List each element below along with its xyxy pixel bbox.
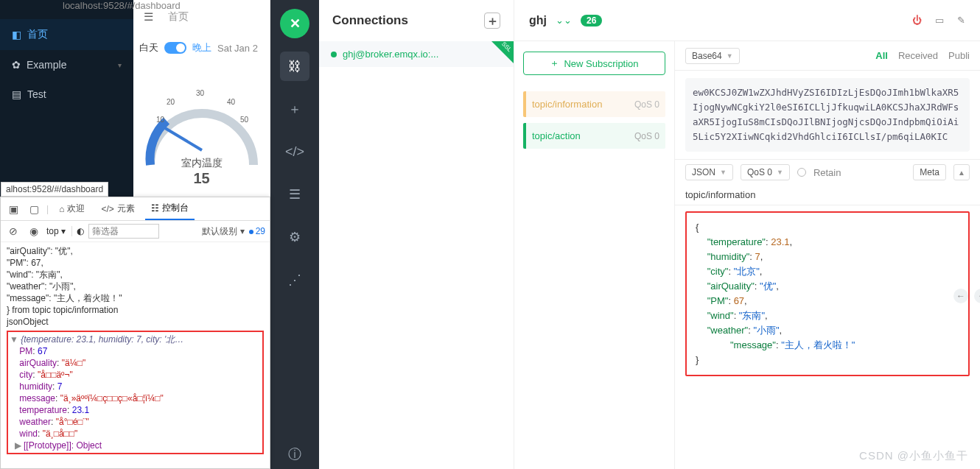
mqttx-logo[interactable]: ✕ xyxy=(280,9,309,38)
address-fragment: localhost:9528/#/dashboard xyxy=(63,0,181,11)
day-night-toggle[interactable] xyxy=(164,42,186,54)
undo-icon[interactable]: ← xyxy=(953,289,968,303)
tick-20: 20 xyxy=(167,98,175,106)
filter-all[interactable]: All xyxy=(875,50,888,61)
connections-title: Connections xyxy=(332,13,408,28)
retain-radio[interactable] xyxy=(797,168,806,177)
tick-50: 50 xyxy=(240,116,249,124)
mqttx-sidebar: ✕ ⛓ ＋ </> ☰ ⚙ ⋰ ⓘ xyxy=(270,0,319,469)
edit-icon[interactable]: ✎ xyxy=(957,15,965,26)
status-dot-online xyxy=(331,52,337,57)
payload-format-select[interactable]: JSON▼ xyxy=(685,164,733,180)
client-main: ghj ⌄⌄ 26 ⏻ ▭ ✎ ＋New Subscription topic/… xyxy=(514,0,980,469)
eye-icon[interactable]: ◉ xyxy=(26,223,42,239)
tick-10: 10 xyxy=(156,116,165,124)
filter-published[interactable]: Publi xyxy=(948,50,970,61)
tab-console[interactable]: ☷控制台 xyxy=(145,197,195,220)
sidebar-item-test[interactable]: ▤ Test xyxy=(0,80,133,109)
test-label: Test xyxy=(27,88,46,100)
log-level-select[interactable]: 默认级别 ▾ xyxy=(202,225,244,238)
rss-icon[interactable]: ⋰ xyxy=(280,265,309,295)
menu-collapse-icon[interactable]: ☰ xyxy=(144,10,153,24)
console-icon: ☷ xyxy=(151,203,159,214)
add-connection-button[interactable]: ＋ xyxy=(484,13,500,29)
power-icon[interactable]: ⏻ xyxy=(912,15,922,26)
label-day: 白天 xyxy=(139,41,158,54)
script-icon[interactable]: </> xyxy=(280,137,309,166)
clear-console-icon[interactable]: ⊘ xyxy=(5,223,21,239)
publish-topic-input[interactable]: topic/information xyxy=(675,185,980,205)
connections-list: Connections ＋ ghj@broker.emqx.io:... SSL xyxy=(319,0,514,469)
plus-icon: ＋ xyxy=(550,57,559,70)
info-icon[interactable]: ⓘ xyxy=(280,440,309,469)
sidebar-item-home[interactable]: ◧ 首页 xyxy=(0,19,133,50)
new-subscription-button[interactable]: ＋New Subscription xyxy=(523,52,665,75)
filter-received[interactable]: Received xyxy=(898,50,938,61)
example-label: Example xyxy=(27,59,66,71)
home-icon: ⌂ xyxy=(59,204,64,214)
gear-icon: ✿ xyxy=(12,59,21,71)
log-icon[interactable]: ☰ xyxy=(280,180,309,209)
filter-input[interactable] xyxy=(88,224,159,239)
publish-payload-editor[interactable]: { "temperature": 23.1, "humidity": 7, "c… xyxy=(685,211,970,376)
retain-label: Retain xyxy=(813,167,841,178)
home-label: 首页 xyxy=(27,28,48,41)
connection-label: ghj@broker.emqx.io:... xyxy=(343,49,438,60)
doc-icon: ▤ xyxy=(12,88,21,100)
svg-line-0 xyxy=(165,128,202,150)
history-up-button[interactable]: ▲ xyxy=(953,164,970,180)
chat-icon[interactable]: ▭ xyxy=(935,15,944,26)
tab-welcome[interactable]: ⌂欢迎 xyxy=(53,197,91,220)
connections-icon[interactable]: ⛓ xyxy=(280,52,309,81)
qos-select[interactable]: QoS 0▼ xyxy=(741,164,790,180)
gauge-value: 15 xyxy=(193,170,209,186)
subscriptions-column: ＋New Subscription topic/informationQoS 0… xyxy=(514,41,675,469)
devtools-panel: alhost:9528/#/dashboard ▣ ▢ | ⌂欢迎 </>元素 … xyxy=(0,197,270,469)
watermark: CSDN @小鱼小鱼干 xyxy=(859,449,968,463)
issue-count[interactable]: 29 xyxy=(256,226,265,236)
code-icon: </> xyxy=(101,204,113,214)
chevron-down-icon[interactable]: ⌄⌄ xyxy=(556,15,572,26)
tick-30: 30 xyxy=(196,89,205,97)
breadcrumb-home[interactable]: 首页 xyxy=(168,10,189,24)
sidebar-item-example[interactable]: ✿ Example ▾ xyxy=(0,50,133,80)
highlighted-object: ▼ {temperature: 23.1, humidity: 7, city:… xyxy=(7,331,264,454)
label-date: Sat Jan 2 xyxy=(217,43,258,54)
devtools-inspect-icon[interactable]: ▢ xyxy=(26,201,42,217)
tick-40: 40 xyxy=(227,98,236,106)
message-count-badge: 26 xyxy=(581,15,602,27)
meta-button[interactable]: Meta xyxy=(913,164,946,180)
devtools-dock-icon[interactable]: ▣ xyxy=(5,201,21,217)
message-payload-base64: ew0KCSJ0ZW1wZXJhdHVyZSI6IDIzLjEsDQoJImh1… xyxy=(685,78,970,152)
label-night: 晚上 xyxy=(192,41,211,54)
context-select[interactable]: top ▾ xyxy=(46,226,72,236)
redo-icon[interactable]: − xyxy=(974,289,980,303)
chevron-down-icon: ▾ xyxy=(118,61,122,69)
new-icon[interactable]: ＋ xyxy=(280,94,309,124)
subscription-topic-information[interactable]: topic/informationQoS 0 xyxy=(523,91,665,117)
settings-icon[interactable]: ⚙ xyxy=(280,222,309,252)
gauge-title: 室内温度 xyxy=(181,157,223,169)
home-icon: ◧ xyxy=(12,29,21,40)
encoding-select[interactable]: Base64▼ xyxy=(685,48,740,64)
subscription-topic-action[interactable]: topic/actionQoS 0 xyxy=(523,123,665,149)
live-icon[interactable]: ◐ xyxy=(77,226,84,236)
client-name: ghj xyxy=(529,14,547,27)
hover-url-tooltip: alhost:9528/#/dashboard xyxy=(1,182,108,197)
console-output[interactable]: "airQuality": "优", "PM": 67, "wind": "东南… xyxy=(1,242,270,468)
tab-elements[interactable]: </>元素 xyxy=(95,197,140,220)
jsonobject-label: jsonObject xyxy=(7,317,49,327)
temperature-gauge: 10 20 30 40 50 室内温度15 xyxy=(133,62,270,187)
messages-column: Base64▼ All Received Publi ew0KCSJ0ZW1wZ… xyxy=(675,41,980,469)
connection-item-ghj[interactable]: ghj@broker.emqx.io:... SSL xyxy=(319,41,514,67)
